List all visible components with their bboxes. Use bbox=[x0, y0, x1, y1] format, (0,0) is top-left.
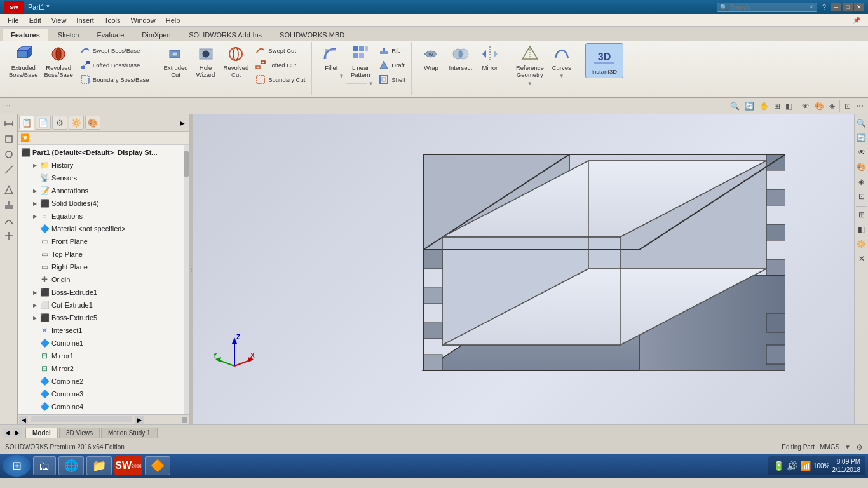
tab-3d-views[interactable]: 3D Views bbox=[59, 428, 100, 438]
tree-root-item[interactable]: ⬛ Part1 (Default<<Default>_Display St... bbox=[18, 146, 189, 159]
vp-icon-5[interactable]: ◈ bbox=[855, 175, 868, 188]
panel-tab-display[interactable]: 🔆 bbox=[69, 116, 84, 130]
left-strip-btn-4[interactable] bbox=[2, 163, 16, 177]
tree-item-history[interactable]: ▶ 📁 History bbox=[18, 159, 189, 172]
tree-item-annotations[interactable]: ▶ 📝 Annotations bbox=[18, 184, 189, 197]
rotate-icon[interactable]: 🔄 bbox=[743, 100, 756, 112]
start-button[interactable]: ⊞ bbox=[3, 455, 31, 477]
hscroll-track[interactable] bbox=[31, 416, 132, 422]
tab-scroll-right[interactable]: ▶ bbox=[13, 428, 22, 437]
tree-item-right-plane[interactable]: ▭ Right Plane bbox=[18, 261, 189, 273]
extruded-boss-button[interactable]: ExtrudedBoss/Base bbox=[6, 43, 40, 81]
settings-icon[interactable]: ⚙ bbox=[856, 443, 863, 452]
draft-button[interactable]: Draft bbox=[376, 58, 407, 72]
tree-expand-equations[interactable]: ▶ bbox=[31, 212, 39, 220]
panel-tab-config[interactable]: ⚙ bbox=[52, 116, 67, 130]
tab-sketch[interactable]: Sketch bbox=[50, 29, 88, 41]
search-box[interactable]: 🔍 ✕ bbox=[717, 3, 817, 12]
tree-item-intersect1[interactable]: ✕ Intersect1 bbox=[18, 324, 189, 337]
vp-icon-3[interactable]: 👁 bbox=[855, 146, 868, 159]
panel-tab-properties[interactable]: 📄 bbox=[36, 116, 51, 130]
swept-cut-button[interactable]: Swept Cut bbox=[252, 43, 308, 57]
zoom-icon[interactable]: 🔍 bbox=[728, 100, 742, 112]
menu-edit[interactable]: Edit bbox=[24, 15, 46, 25]
tree-item-mirror1[interactable]: ⊟ Mirror1 bbox=[18, 349, 189, 362]
revolved-cut-button[interactable]: RevolvedCut bbox=[221, 43, 252, 81]
tree-expand-annotations[interactable]: ▶ bbox=[31, 186, 39, 195]
menu-view[interactable]: View bbox=[46, 15, 72, 25]
pan-icon[interactable]: ✋ bbox=[757, 100, 771, 112]
viewport[interactable]: Z X Y 🔍 🔄 👁 🎨 ◈ ⊡ ⊞ ◧ 🔆 ✕ bbox=[193, 114, 868, 424]
left-strip-btn-6[interactable] bbox=[2, 198, 16, 212]
left-strip-btn-1[interactable] bbox=[2, 117, 16, 131]
boundary-boss-button[interactable]: Boundary Boss/Base bbox=[77, 72, 152, 86]
more-icon[interactable]: ⋯ bbox=[854, 100, 865, 112]
vp-icon-2[interactable]: 🔄 bbox=[855, 132, 868, 144]
tree-expand-solid[interactable]: ▶ bbox=[31, 199, 39, 208]
minimize-button[interactable]: ─ bbox=[831, 3, 841, 11]
intersect-button[interactable]: Intersect bbox=[446, 43, 474, 73]
linear-pattern-button[interactable]: LinearPattern bbox=[346, 43, 374, 81]
tree-item-top-plane[interactable]: ▭ Top Plane bbox=[18, 248, 189, 261]
taskbar-browser[interactable]: 🌐 bbox=[58, 456, 84, 475]
tab-motion-study[interactable]: Motion Study 1 bbox=[101, 428, 158, 438]
vp-icon-9[interactable]: 🔆 bbox=[855, 238, 868, 250]
tree-expand-cut1[interactable]: ▶ bbox=[31, 301, 39, 309]
instant3d-button[interactable]: 3D Instant3D bbox=[585, 43, 623, 78]
tab-addins[interactable]: SOLIDWORKS Add-Ins bbox=[180, 29, 270, 41]
menu-file[interactable]: File bbox=[3, 15, 24, 25]
revolved-boss-button[interactable]: RevolvedBoss/Base bbox=[41, 43, 75, 81]
section-view-icon[interactable]: ◈ bbox=[827, 100, 837, 112]
tree-item-solid-bodies[interactable]: ▶ ⬛ Solid Bodies(4) bbox=[18, 197, 189, 210]
tab-dimxpert[interactable]: DimXpert bbox=[133, 29, 179, 41]
lofted-boss-button[interactable]: Lofted Boss/Base bbox=[77, 58, 152, 72]
shell-button[interactable]: Shell bbox=[376, 72, 407, 86]
panel-tab-appearance[interactable]: 🎨 bbox=[85, 116, 100, 130]
left-strip-btn-7[interactable] bbox=[2, 214, 16, 227]
menu-tools[interactable]: Tools bbox=[99, 15, 126, 25]
left-strip-btn-8[interactable] bbox=[2, 229, 16, 243]
vp-icon-4[interactable]: 🎨 bbox=[855, 161, 868, 173]
panel-scroll-thumb[interactable] bbox=[184, 151, 189, 177]
taskbar-vlc[interactable]: 🔶 bbox=[145, 456, 170, 475]
left-strip-btn-3[interactable] bbox=[2, 147, 16, 161]
tree-expand-history[interactable]: ▶ bbox=[31, 161, 39, 170]
rib-button[interactable]: Rib bbox=[376, 43, 407, 57]
tree-item-combine1[interactable]: 🔷 Combine1 bbox=[18, 337, 189, 349]
tree-item-front-plane[interactable]: ▭ Front Plane bbox=[18, 235, 189, 248]
view-orient-icon[interactable]: ⊞ bbox=[772, 100, 782, 112]
panel-expand-arrow[interactable]: ▶ bbox=[177, 118, 187, 128]
tree-item-combine3[interactable]: 🔷 Combine3 bbox=[18, 388, 189, 400]
tree-item-equations[interactable]: ▶ = Equations bbox=[18, 210, 189, 222]
vp-icon-7[interactable]: ⊞ bbox=[855, 208, 868, 221]
taskbar-solidworks[interactable]: SW 2016 bbox=[114, 456, 142, 475]
wrap-button[interactable]: W Wrap bbox=[417, 43, 445, 73]
tree-item-combine2[interactable]: 🔷 Combine2 bbox=[18, 375, 189, 388]
tree-expand-boss1[interactable]: ▶ bbox=[31, 288, 39, 297]
tree-item-origin[interactable]: ✚ Origin bbox=[18, 273, 189, 286]
viewport-icon[interactable]: ⊡ bbox=[843, 100, 853, 112]
tree-item-combine4[interactable]: 🔷 Combine4 bbox=[18, 400, 189, 413]
tree-item-sensors[interactable]: 📡 Sensors bbox=[18, 172, 189, 184]
curves-button[interactable]: Curves bbox=[548, 43, 576, 73]
tree-item-boss-extrude5[interactable]: ▶ ⬛ Boss-Extrude5 bbox=[18, 311, 189, 324]
ref-geometry-button[interactable]: ReferenceGeometry bbox=[513, 43, 546, 81]
panel-tab-tree[interactable]: 📋 bbox=[19, 116, 34, 130]
swept-boss-button[interactable]: Swept Boss/Base bbox=[77, 43, 152, 57]
vp-icon-10[interactable]: ✕ bbox=[855, 252, 868, 265]
menu-help[interactable]: Help bbox=[161, 15, 186, 25]
tree-item-boss-extrude1[interactable]: ▶ ⬛ Boss-Extrude1 bbox=[18, 286, 189, 299]
lofted-cut-button[interactable]: Lofted Cut bbox=[252, 58, 308, 72]
fillet-button[interactable]: Fillet bbox=[317, 43, 345, 73]
scroll-right[interactable]: ▶ bbox=[135, 416, 144, 424]
vp-icon-6[interactable]: ⊡ bbox=[855, 190, 868, 203]
hole-wizard-button[interactable]: HoleWizard bbox=[192, 43, 220, 81]
taskbar-fileexplorer[interactable]: 🗂 bbox=[33, 456, 56, 475]
tab-evaluate[interactable]: Evaluate bbox=[89, 29, 133, 41]
units-expand[interactable]: ▼ bbox=[844, 444, 851, 451]
mirror-button[interactable]: Mirror bbox=[476, 43, 504, 73]
search-input[interactable] bbox=[730, 4, 806, 11]
tab-mbd[interactable]: SOLIDWORKS MBD bbox=[271, 29, 353, 41]
left-strip-btn-2[interactable] bbox=[2, 132, 16, 146]
tree-item-material[interactable]: 🔷 Material <not specified> bbox=[18, 222, 189, 235]
